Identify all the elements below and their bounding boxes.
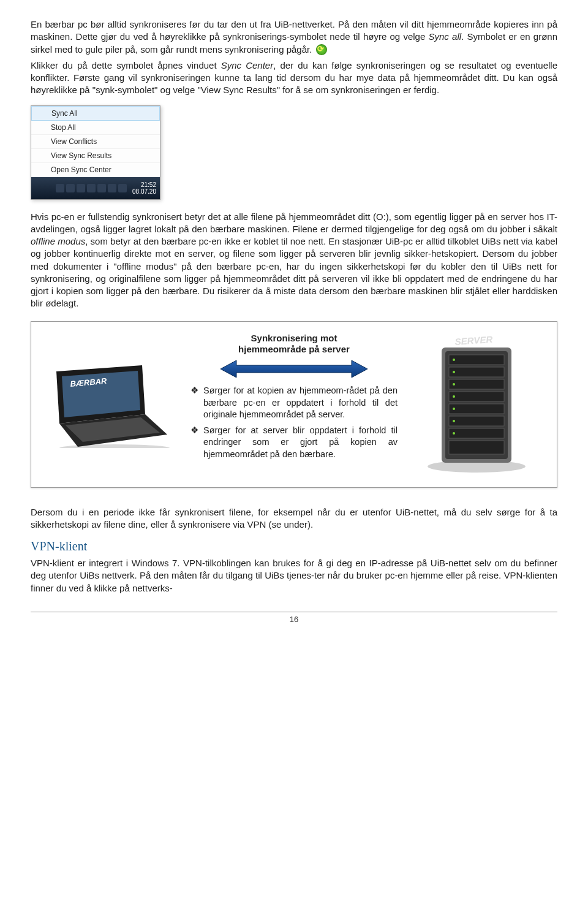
page-number: 16 — [290, 615, 298, 624]
diagram-middle: Synkronisering mot hjemmeområde på serve… — [190, 333, 398, 465]
context-menu-screenshot: Sync All Stop All View Conflicts View Sy… — [31, 105, 160, 200]
menu-item-open-sync-center: Open Sync Center — [31, 163, 160, 177]
paragraph-1: En bærbar pc bør alltid synkroniseres fø… — [31, 18, 557, 56]
svg-rect-13 — [449, 392, 504, 401]
svg-point-21 — [453, 395, 455, 398]
page-footer: 16 — [31, 612, 557, 624]
tray-clock: 21:52 08.07.20 — [129, 181, 157, 195]
bullet-2: Sørger for at server blir oppdatert i fo… — [190, 425, 398, 461]
tray-icon — [108, 184, 116, 192]
svg-rect-16 — [449, 428, 504, 438]
menu-item-view-conflicts: View Conflicts — [31, 135, 160, 149]
sync-diagram: BÆRBAR BÆRBAR Synkronisering mot hjemmeo… — [31, 321, 557, 488]
paragraph-2: Klikker du på dette symbolet åpnes vindu… — [31, 59, 557, 97]
p2-part-a: Klikker du på dette symbolet åpnes vindu… — [31, 60, 221, 70]
laptop-illustration: BÆRBAR BÆRBAR — [47, 333, 176, 450]
clock-date: 08.07.20 — [132, 188, 156, 195]
paragraph-5: VPN-klient er integrert i Windows 7. VPN… — [31, 557, 557, 594]
taskbar-tray: 21:52 08.07.20 — [31, 177, 160, 199]
sync-icon — [316, 44, 327, 55]
svg-point-18 — [453, 359, 455, 361]
menu-item-view-sync-results: View Sync Results — [31, 149, 160, 163]
double-arrow-icon — [221, 359, 368, 379]
svg-rect-10 — [449, 355, 504, 365]
server-illustration: SERVER — [412, 333, 541, 474]
svg-point-5 — [59, 444, 170, 448]
server-label-text: SERVER — [454, 333, 493, 346]
tray-icon — [77, 184, 85, 192]
svg-point-22 — [453, 408, 455, 410]
diagram-title: Synkronisering mot hjemmeområde på serve… — [190, 333, 398, 356]
p3-italic: offline modus — [31, 236, 85, 246]
paragraph-3: Hvis pc-en er fullstendig synkronisert b… — [31, 211, 557, 310]
svg-point-24 — [453, 432, 455, 435]
svg-point-20 — [453, 383, 455, 386]
tray-icon — [118, 184, 127, 192]
tray-icon — [97, 184, 106, 192]
clock-time: 21:52 — [132, 181, 156, 188]
p3-part-b: , som betyr at den bærbare pc-en ikke er… — [31, 236, 557, 308]
svg-marker-6 — [221, 360, 368, 378]
menu-item-sync-all: Sync All — [31, 106, 160, 121]
bullet-1: Sørger for at kopien av hjemmeom-rådet p… — [190, 385, 398, 421]
tray-icon — [87, 184, 96, 192]
svg-point-23 — [453, 420, 455, 422]
svg-rect-15 — [449, 416, 504, 426]
tray-icon — [66, 184, 75, 192]
heading-vpn: VPN-klient — [31, 539, 557, 553]
svg-rect-17 — [449, 441, 504, 454]
svg-point-19 — [453, 371, 455, 373]
menu-item-stop-all: Stop All — [31, 121, 160, 135]
svg-rect-11 — [449, 367, 504, 377]
p1-italic: Sync all — [429, 31, 462, 42]
p3-part-a: Hvis pc-en er fullstendig synkronisert b… — [31, 211, 557, 234]
paragraph-4: Dersom du i en periode ikke får synkroni… — [31, 506, 557, 531]
tray-icon — [56, 184, 64, 192]
diagram-title-line1: Synkronisering mot — [251, 333, 337, 343]
svg-rect-14 — [449, 404, 504, 414]
svg-rect-12 — [449, 379, 504, 389]
diagram-title-line2: hjemmeområde på server — [238, 344, 350, 354]
diagram-bullets: Sørger for at kopien av hjemmeom-rådet p… — [190, 385, 398, 460]
p2-italic: Sync Center — [221, 60, 273, 70]
